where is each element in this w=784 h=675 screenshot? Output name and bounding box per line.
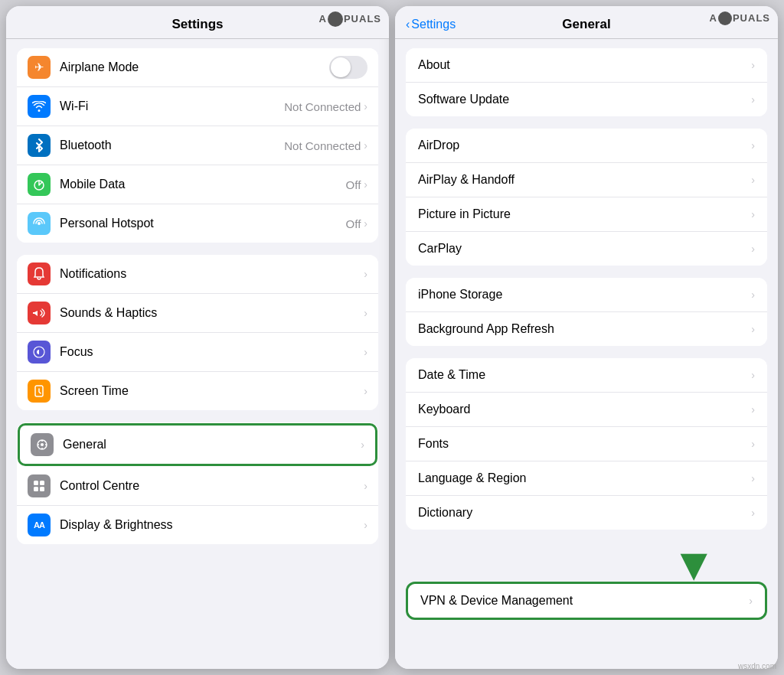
about-section: About › Software Update ›	[406, 48, 767, 116]
hotspot-value: Off	[346, 217, 361, 230]
hotspot-label: Personal Hotspot	[60, 217, 346, 230]
mobile-data-icon	[28, 173, 51, 196]
sounds-label: Sounds & Haptics	[60, 306, 364, 320]
back-chevron-icon: ‹	[406, 18, 410, 31]
vpn-chevron: ›	[749, 595, 753, 607]
display-chevron: ›	[364, 519, 368, 531]
back-button[interactable]: ‹ Settings	[406, 18, 456, 31]
row-about[interactable]: About ›	[406, 48, 767, 83]
fonts-chevron: ›	[751, 438, 755, 450]
watermark: wsxdn.com	[738, 662, 776, 669]
row-background-refresh[interactable]: Background App Refresh ›	[406, 312, 767, 346]
left-settings-list: ✈ Airplane Mode Wi-Fi Not Connected	[6, 39, 389, 669]
storage-section: iPhone Storage › Background App Refresh …	[406, 278, 767, 346]
row-software-update[interactable]: Software Update ›	[406, 83, 767, 116]
right-panel: ‹ Settings General APUALS About › Softwa…	[395, 6, 778, 669]
notifications-group: Notifications › Sounds & Haptics ›	[17, 255, 378, 410]
row-iphone-storage[interactable]: iPhone Storage ›	[406, 278, 767, 312]
left-panel: Settings APUALS ✈ Airplane Mode	[6, 6, 389, 669]
svg-rect-10	[40, 481, 44, 485]
iphone-storage-label: iPhone Storage	[418, 288, 751, 302]
row-personal-hotspot[interactable]: Personal Hotspot Off ›	[17, 204, 378, 243]
display-icon: AA	[28, 514, 51, 536]
airplane-label: Airplane Mode	[60, 60, 329, 74]
dictionary-label: Dictionary	[418, 506, 751, 520]
right-appuals-logo: APUALS	[710, 12, 770, 26]
row-airplane-mode[interactable]: ✈ Airplane Mode	[17, 48, 378, 87]
fonts-label: Fonts	[418, 437, 751, 451]
mobile-data-value: Off	[346, 178, 361, 191]
row-dictionary[interactable]: Dictionary ›	[406, 496, 767, 530]
row-focus[interactable]: Focus ›	[17, 333, 378, 372]
screen-time-icon	[28, 380, 51, 403]
airplay-label: AirPlay & Handoff	[418, 173, 751, 187]
row-airplay-handoff[interactable]: AirPlay & Handoff ›	[406, 163, 767, 197]
focus-icon	[28, 341, 51, 364]
row-screen-time[interactable]: Screen Time ›	[17, 372, 378, 410]
carplay-chevron: ›	[751, 243, 755, 255]
row-language-region[interactable]: Language & Region ›	[406, 461, 767, 496]
general-label: General	[63, 438, 361, 452]
screen-time-label: Screen Time	[60, 384, 364, 398]
row-general[interactable]: General ›	[18, 423, 377, 466]
display-label: Display & Brightness	[60, 518, 364, 532]
toggle-knob	[331, 57, 351, 77]
carplay-label: CarPlay	[418, 242, 751, 256]
general-group: ▼ General ›	[17, 422, 378, 544]
back-label: Settings	[411, 18, 456, 31]
svg-point-1	[38, 222, 41, 225]
language-region-label: Language & Region	[418, 471, 751, 485]
row-display[interactable]: AA Display & Brightness ›	[17, 506, 378, 544]
focus-chevron: ›	[364, 346, 368, 358]
airplane-icon: ✈	[28, 56, 51, 79]
notifications-chevron: ›	[364, 268, 368, 280]
row-airdrop[interactable]: AirDrop ›	[406, 129, 767, 163]
general-chevron: ›	[361, 439, 364, 451]
airplane-toggle[interactable]	[329, 56, 368, 79]
left-header: Settings APUALS	[6, 6, 389, 39]
row-control-centre[interactable]: Control Centre ›	[17, 467, 378, 506]
right-green-arrow-container: ▼	[395, 542, 778, 588]
wifi-label: Wi-Fi	[60, 99, 284, 113]
right-green-arrow: ▼	[671, 542, 717, 588]
row-sounds[interactable]: Sounds & Haptics ›	[17, 294, 378, 333]
about-chevron: ›	[751, 59, 755, 71]
row-keyboard[interactable]: Keyboard ›	[406, 393, 767, 427]
right-content: About › Software Update › AirDrop › AirP…	[395, 39, 778, 669]
row-carplay[interactable]: CarPlay ›	[406, 232, 767, 266]
mobile-data-label: Mobile Data	[60, 178, 346, 191]
right-title: General	[562, 17, 610, 32]
pip-label: Picture in Picture	[418, 207, 751, 221]
bluetooth-chevron: ›	[364, 139, 368, 152]
row-picture-in-picture[interactable]: Picture in Picture ›	[406, 197, 767, 232]
general-icon	[31, 433, 54, 456]
sounds-icon	[28, 302, 51, 324]
row-date-time[interactable]: Date & Time ›	[406, 358, 767, 393]
dictionary-chevron: ›	[751, 507, 755, 519]
pip-chevron: ›	[751, 208, 755, 220]
connectivity-group: ✈ Airplane Mode Wi-Fi Not Connected	[17, 48, 378, 243]
datetime-section: Date & Time › Keyboard › Fonts › Languag…	[406, 358, 767, 530]
background-refresh-label: Background App Refresh	[418, 322, 751, 336]
airdrop-label: AirDrop	[418, 139, 751, 152]
row-bluetooth[interactable]: Bluetooth Not Connected ›	[17, 126, 378, 165]
control-centre-icon	[28, 474, 51, 497]
row-fonts[interactable]: Fonts ›	[406, 427, 767, 461]
iphone-storage-chevron: ›	[751, 289, 755, 301]
row-notifications[interactable]: Notifications ›	[17, 255, 378, 294]
airdrop-section: AirDrop › AirPlay & Handoff › Picture in…	[406, 129, 767, 266]
about-label: About	[418, 58, 751, 72]
bluetooth-icon	[28, 134, 51, 157]
language-region-chevron: ›	[751, 472, 755, 484]
svg-point-4	[41, 443, 44, 446]
right-header: ‹ Settings General APUALS	[395, 6, 778, 39]
hotspot-chevron: ›	[364, 217, 368, 230]
bluetooth-value: Not Connected	[284, 139, 361, 152]
row-mobile-data[interactable]: Mobile Data Off ›	[17, 165, 378, 204]
software-update-label: Software Update	[418, 93, 751, 106]
keyboard-label: Keyboard	[418, 403, 751, 416]
bluetooth-label: Bluetooth	[60, 139, 284, 152]
background-refresh-chevron: ›	[751, 323, 755, 335]
focus-label: Focus	[60, 345, 364, 359]
row-wifi[interactable]: Wi-Fi Not Connected ›	[17, 87, 378, 126]
